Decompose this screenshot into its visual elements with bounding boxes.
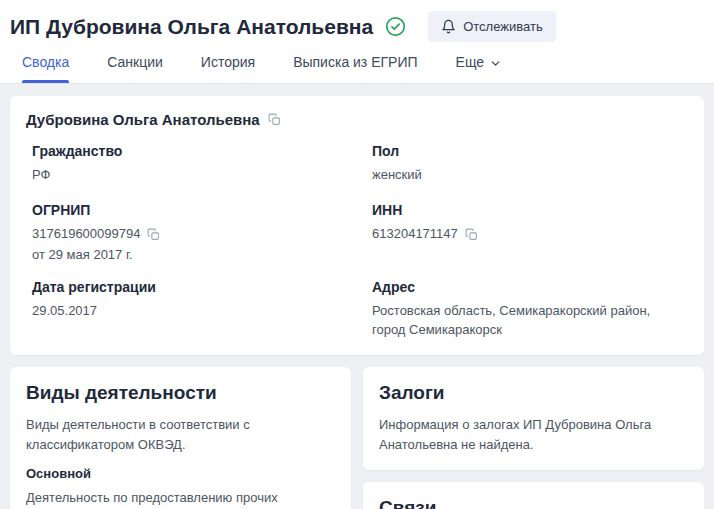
verified-check-icon — [385, 16, 406, 37]
tab-summary[interactable]: Сводка — [22, 54, 69, 83]
inn-value: 613204171147 — [372, 225, 458, 244]
tab-more[interactable]: Еще — [456, 54, 503, 83]
pledges-card: Залоги Информация о залогах ИП Дубровина… — [363, 367, 704, 470]
header: ИП Дубровина Ольга Анатольевна Отслежива… — [0, 0, 714, 46]
tab-more-label: Еще — [456, 54, 485, 70]
field-label: ОГРНИП — [32, 202, 348, 218]
field-label: ИНН — [372, 202, 688, 218]
bell-icon — [441, 19, 456, 34]
field-label: Гражданство — [32, 143, 348, 159]
field-value: женский — [372, 166, 688, 185]
field-ogrnip: ОГРНИП 317619600099794 от 29 мая 2017 г. — [32, 202, 348, 262]
pledges-text: Информация о залогах ИП Дубровина Ольга … — [379, 415, 688, 454]
field-value: РФ — [32, 166, 348, 185]
activities-main-text: Деятельность по предоставлению прочих вс… — [26, 488, 335, 509]
profile-name: Дубровина Ольга Анатольевна — [26, 111, 260, 128]
field-value: Ростовская область, Семикаракорский райо… — [372, 302, 672, 340]
activity-description: Деятельность по предоставлению прочих вс… — [26, 490, 278, 509]
copy-ogrnip-icon[interactable] — [147, 228, 160, 241]
page: ИП Дубровина Ольга Анатольевна Отслежива… — [0, 0, 714, 509]
field-label: Дата регистрации — [32, 279, 348, 295]
field-label: Адрес — [372, 279, 688, 295]
page-title: ИП Дубровина Ольга Анатольевна — [10, 15, 373, 39]
field-address: Адрес Ростовская область, Семикаракорски… — [372, 279, 688, 340]
track-button[interactable]: Отслеживать — [428, 11, 555, 42]
field-value-row: 317619600099794 — [32, 225, 348, 244]
field-inn: ИНН 613204171147 — [372, 202, 688, 262]
connections-card: Связи Связанных с ИП Дубровина Ольга Ана… — [363, 482, 704, 509]
ogrnip-value: 317619600099794 — [32, 225, 140, 244]
ogrnip-date: от 29 мая 2017 г. — [32, 247, 348, 262]
profile-fields: Гражданство РФ Пол женский ОГРНИП 317619… — [26, 143, 688, 339]
chevron-down-icon — [489, 57, 502, 70]
right-column: Залоги Информация о залогах ИП Дубровина… — [363, 367, 704, 509]
main-content: Дубровина Ольга Анатольевна Гражданство … — [0, 84, 714, 509]
activities-intro: Виды деятельности в соответствии с класс… — [26, 415, 335, 454]
track-button-label: Отслеживать — [463, 19, 542, 34]
connections-title: Связи — [379, 497, 688, 509]
profile-name-row: Дубровина Ольга Анатольевна — [26, 111, 688, 128]
field-gender: Пол женский — [372, 143, 688, 185]
field-value-row: 613204171147 — [372, 225, 688, 244]
activities-title: Виды деятельности — [26, 382, 335, 404]
field-value: 29.05.2017 — [32, 302, 348, 321]
tab-bar: Сводка Санкции История Выписка из ЕГРИП … — [0, 46, 714, 84]
activities-main-label: Основной — [26, 466, 335, 481]
field-citizenship: Гражданство РФ — [32, 143, 348, 185]
copy-name-icon[interactable] — [268, 113, 281, 126]
pledges-title: Залоги — [379, 382, 688, 404]
tab-egrip-extract[interactable]: Выписка из ЕГРИП — [293, 54, 417, 83]
activities-card: Виды деятельности Виды деятельности в со… — [10, 367, 351, 509]
tab-sanctions[interactable]: Санкции — [107, 54, 163, 83]
field-label: Пол — [372, 143, 688, 159]
tab-history[interactable]: История — [201, 54, 255, 83]
profile-card: Дубровина Ольга Анатольевна Гражданство … — [10, 96, 704, 355]
field-registration-date: Дата регистрации 29.05.2017 — [32, 279, 348, 340]
copy-inn-icon[interactable] — [465, 228, 478, 241]
bottom-columns: Виды деятельности Виды деятельности в со… — [10, 367, 704, 509]
